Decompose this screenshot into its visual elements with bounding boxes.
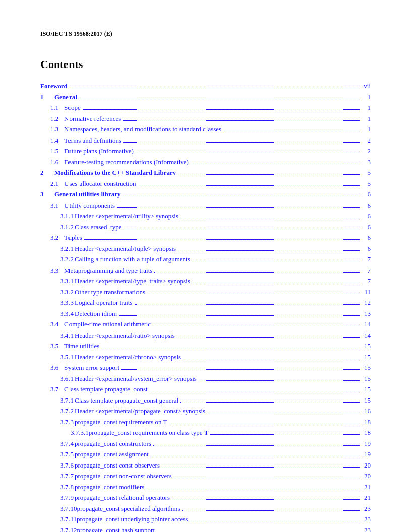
toc-section-label: Header <experimental/ratio> synopsis xyxy=(75,330,175,341)
toc-entry[interactable]: 3.7.3.1propagate_const requirements on c… xyxy=(71,428,371,438)
toc-dots xyxy=(119,315,360,316)
toc-entry[interactable]: 3.4.1Header <experimental/ratio> synopsi… xyxy=(60,330,371,341)
toc-entry[interactable]: 3.7Class template propagate_const15 xyxy=(50,384,371,394)
toc-page-num: 7 xyxy=(362,254,371,264)
toc-section-label: Metaprogramming and type traits xyxy=(64,265,152,276)
toc-section-num: 3.2 xyxy=(50,233,64,243)
toc-section-num: 3.7.6 xyxy=(60,460,75,471)
toc-page-num: 15 xyxy=(362,384,371,394)
toc-entry[interactable]: 3.7.1Class template propagate_const gene… xyxy=(60,395,371,406)
toc-section-label: Uses-allocator construction xyxy=(64,179,136,189)
toc-entry[interactable]: 3.6System error support15 xyxy=(50,363,371,373)
toc-entry[interactable]: 3.4Compile-time rational arithmetic14 xyxy=(50,319,371,329)
toc-entry[interactable]: 1.5Future plans (Informative)2 xyxy=(50,146,371,156)
toc-entry[interactable]: Forewordvii xyxy=(40,81,371,91)
toc-section-num: 3.7.2 xyxy=(60,406,75,416)
toc-dots xyxy=(182,510,360,511)
toc-entry[interactable]: 3General utilities library6 xyxy=(40,189,371,200)
toc-dots xyxy=(139,185,360,186)
toc-dots xyxy=(199,380,360,381)
toc-section-num: 3.5.1 xyxy=(60,352,75,362)
toc-entry[interactable]: 3.3Metaprogramming and type traits7 xyxy=(50,265,371,276)
page-header: ISO/IEC TS 19568:2017 (E) xyxy=(40,30,371,38)
toc-entry[interactable]: 3.7.3propagate_const requirements on T18 xyxy=(60,417,371,427)
toc-entry[interactable]: 3.1.2Class erased_type6 xyxy=(60,222,371,232)
toc-dots xyxy=(101,348,360,348)
toc-dots xyxy=(136,153,360,153)
toc-page-num: 6 xyxy=(362,201,371,211)
toc-page-num: 16 xyxy=(362,406,371,416)
toc-dots xyxy=(177,337,360,338)
toc-dots xyxy=(191,164,360,164)
toc-entry[interactable]: 1.1Scope1 xyxy=(50,103,371,113)
toc-entry[interactable]: 3.7.4propagate_const constructors19 xyxy=(60,439,371,449)
toc-entry[interactable]: 2Modifications to the C++ Standard Libra… xyxy=(40,168,371,178)
toc-page-num: 14 xyxy=(362,319,371,329)
toc-dots xyxy=(178,250,360,251)
toc-dots xyxy=(117,207,360,208)
toc-entry[interactable]: 3.7.6propagate_const const observers20 xyxy=(60,460,371,471)
toc-section-label: Header <experimental/propagate_const> sy… xyxy=(75,406,206,416)
toc-entry[interactable]: 3.7.11propagate_const underlying pointer… xyxy=(60,514,371,524)
header-text: ISO/IEC TS 19568:2017 (E) xyxy=(40,30,112,37)
toc-entry[interactable]: 1.4Terms and definitions2 xyxy=(50,136,371,146)
toc-entry[interactable]: 1.2Normative references1 xyxy=(50,114,371,124)
toc-entry[interactable]: 3.7.9propagate_const relational operator… xyxy=(60,493,371,503)
toc-section-label: Logical operator traits xyxy=(75,298,133,308)
toc-page-num: 14 xyxy=(362,330,371,341)
toc-page-num: 7 xyxy=(362,276,371,286)
toc-section-num: 1.6 xyxy=(50,157,64,167)
toc-section-label: Time utilities xyxy=(64,341,99,351)
page: ISO/IEC TS 19568:2017 (E) Contents Forew… xyxy=(0,0,411,532)
toc-section-label: Tuples xyxy=(64,233,82,243)
toc-entry[interactable]: 3.2.1Header <experimental/tuple> synopsi… xyxy=(60,244,371,254)
toc-entry[interactable]: 1General1 xyxy=(40,92,371,102)
toc-section-label: System error support xyxy=(64,363,119,373)
toc-entry[interactable]: 3.3.1Header <experimental/type_traits> s… xyxy=(60,276,371,286)
toc-entry[interactable]: 3.3.2Other type transformations11 xyxy=(60,287,371,297)
toc-entry[interactable]: 1.3Namespaces, headers, and modification… xyxy=(50,124,371,135)
toc-dots xyxy=(192,261,360,261)
toc-page-num: 1 xyxy=(362,124,371,135)
toc-section-num: 3.7 xyxy=(50,384,64,394)
toc-section-num: 3.7.5 xyxy=(60,449,75,459)
toc-entry[interactable]: 3.3.3Logical operator traits12 xyxy=(60,298,371,308)
toc-entry[interactable]: 3.7.7propagate_const non-const observers… xyxy=(60,471,371,481)
toc-section-num: 1.1 xyxy=(50,103,64,113)
toc-entry[interactable]: 3.5.1Header <experimental/chrono> synops… xyxy=(60,352,371,362)
toc-dots xyxy=(70,88,360,88)
toc-section-num: 3.3 xyxy=(50,265,64,276)
toc-section-num: 3.2.2 xyxy=(60,254,75,264)
toc-dots xyxy=(153,326,360,326)
toc-entry[interactable]: 3.2.2Calling a function with a tuple of … xyxy=(60,254,371,264)
toc-page-num: 15 xyxy=(362,352,371,362)
toc-entry[interactable]: 3.6.1Header <experimental/system_error> … xyxy=(60,374,371,384)
toc-entry[interactable]: 3.7.5propagate_const assignment19 xyxy=(60,449,371,459)
toc-entry[interactable]: 2.1Uses-allocator construction5 xyxy=(50,179,371,189)
toc-entry[interactable]: 3.7.10propagate_const specialized algori… xyxy=(60,504,371,514)
toc-entry[interactable]: 3.1.1Header <experimental/utility> synop… xyxy=(60,211,371,221)
toc-entry[interactable]: 3.1Utility components6 xyxy=(50,201,371,211)
toc-section-label: Future plans (Informative) xyxy=(64,146,134,156)
toc-entry[interactable]: 3.3.4Detection idiom13 xyxy=(60,309,371,319)
toc-section-num: 1 xyxy=(40,92,54,102)
toc-section-label: Namespaces, headers, and modifications t… xyxy=(64,124,221,135)
toc-section-num: 1.5 xyxy=(50,146,64,156)
toc-entry[interactable]: 1.6Feature-testing recommendations (Info… xyxy=(50,157,371,167)
toc-section-num: 1.4 xyxy=(50,136,64,146)
toc-entry[interactable]: 3.7.12propagate_const hash support23 xyxy=(60,525,371,533)
toc-entry[interactable]: 3.2Tuples6 xyxy=(50,233,371,243)
toc-dots xyxy=(183,359,360,359)
toc-section-num: 3 xyxy=(40,189,54,200)
toc-dots xyxy=(121,369,360,370)
toc-section-label: Modifications to the C++ Standard Librar… xyxy=(54,168,176,178)
toc-entry[interactable]: 3.5Time utilities15 xyxy=(50,341,371,351)
toc-page-num: 2 xyxy=(362,136,371,146)
toc-section-num: 3.7.3.1 xyxy=(71,428,89,438)
toc-section-label: propagate_const requirements on class ty… xyxy=(89,428,209,438)
toc-section-num: 1.3 xyxy=(50,124,64,135)
toc-section-label: propagate_const requirements on T xyxy=(75,417,167,427)
toc-entry[interactable]: 3.7.8propagate_const modifiers21 xyxy=(60,482,371,492)
toc-entry[interactable]: 3.7.2Header <experimental/propagate_cons… xyxy=(60,406,371,416)
toc-page-num: 1 xyxy=(362,114,371,124)
